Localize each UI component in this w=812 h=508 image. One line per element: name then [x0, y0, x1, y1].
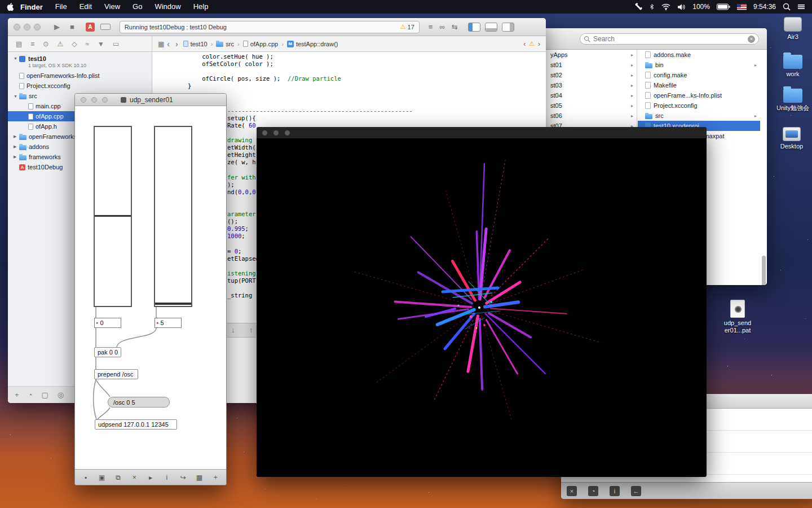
finder-scrollbar[interactable] — [762, 256, 766, 285]
send-icon[interactable]: ↪ — [179, 474, 187, 481]
add-icon[interactable]: + — [15, 391, 19, 399]
breadcrumb-item-src[interactable]: src — [216, 41, 234, 47]
menu-view[interactable]: View — [98, 0, 126, 14]
finder-folder-st01[interactable]: st01▸ — [543, 60, 637, 70]
bluetooth-icon[interactable] — [649, 3, 655, 11]
finder-folder-yapps[interactable]: yApps▸ — [543, 50, 637, 60]
finder-toolbar[interactable]: × — [543, 28, 767, 50]
prepend-object[interactable]: prepend /osc — [94, 369, 138, 379]
phone-icon[interactable] — [634, 3, 642, 11]
clock-icon[interactable]: ◔ — [588, 486, 598, 496]
finder-item-openframe-ks-info-plist[interactable]: openFrame...ks-Info.plist — [638, 90, 760, 100]
finder-folder-st04[interactable]: st04▸ — [543, 90, 637, 100]
finder-folder-st02[interactable]: st02▸ — [543, 70, 637, 80]
lock-icon[interactable]: ▪ — [82, 474, 90, 481]
minimize-button[interactable] — [24, 24, 30, 30]
finder-item-project-xcconfig[interactable]: Project.xcconfig — [638, 100, 760, 111]
finder-item-config-make[interactable]: config.make — [638, 70, 760, 80]
finder-item-addons-make[interactable]: addons.make — [638, 50, 760, 60]
menu-help[interactable]: Help — [187, 0, 215, 14]
scheme-app-icon[interactable]: A — [86, 23, 95, 32]
scm-filter-icon[interactable]: ▢ — [41, 391, 48, 399]
search-navigator-icon[interactable]: ⊙ — [43, 40, 48, 48]
symbol-navigator-icon[interactable]: ≡ — [30, 40, 34, 48]
volume-icon[interactable] — [677, 3, 686, 11]
warning-badge[interactable]: ⚠ 17 — [400, 23, 414, 30]
apple-menu-icon[interactable] — [7, 3, 14, 11]
menu-go[interactable]: Go — [126, 0, 148, 14]
finder-item-src[interactable]: src▸ — [638, 111, 760, 121]
issue-navigator-icon[interactable]: ⚠ — [57, 40, 63, 48]
finder-folder-st06[interactable]: st06▸ — [543, 111, 637, 121]
sidebar-item-openframeworks-info-plist[interactable]: openFrameworks-Info.plist — [8, 71, 152, 81]
close-button[interactable] — [14, 24, 20, 30]
menu-file[interactable]: File — [49, 0, 73, 14]
disclosure-triangle[interactable]: ▶ — [14, 134, 19, 139]
zoom-button[interactable] — [34, 24, 41, 30]
search-field[interactable]: × — [580, 33, 759, 45]
finder-item-bin[interactable]: bin▸ — [638, 60, 760, 70]
menu-bar-clock[interactable]: 9:54:36 — [753, 3, 776, 11]
zoom-button[interactable] — [285, 130, 290, 135]
test-navigator-icon[interactable]: ◇ — [72, 40, 77, 48]
notification-center-icon[interactable] — [797, 3, 805, 10]
breadcrumb-item-test10[interactable]: test10 — [183, 41, 208, 47]
utilities-toggle[interactable] — [502, 23, 514, 32]
breakpoint-navigator-icon[interactable]: ▼ — [98, 40, 104, 48]
patcher-titlebar[interactable]: udp_sender01 — [75, 94, 226, 106]
filter-icon[interactable]: ◎ — [58, 391, 64, 399]
add-icon[interactable]: + — [211, 474, 219, 481]
finder-folder-st03[interactable]: st03▸ — [543, 80, 637, 90]
input-language-flag-icon[interactable] — [737, 4, 747, 10]
navigator-toggle[interactable] — [468, 23, 480, 32]
disclosure-triangle[interactable]: ▼ — [14, 56, 19, 60]
pak-object[interactable]: pak 0 0 — [94, 347, 121, 357]
presentation-icon[interactable]: ▸ — [147, 474, 155, 481]
minimize-button[interactable] — [91, 97, 97, 103]
desktop-icon-air3[interactable]: Air3 — [775, 17, 811, 41]
patcher-icon[interactable]: ⧉ — [114, 474, 122, 481]
disclosure-triangle[interactable]: ▶ — [14, 155, 19, 159]
menu-edit[interactable]: Edit — [73, 0, 98, 14]
project-row[interactable]: ▼ test10 1 target, OS X SDK 10.10 — [8, 52, 152, 69]
standard-editor-icon[interactable]: ≡ — [429, 23, 433, 31]
back-icon[interactable]: ← — [631, 486, 641, 496]
desktop-icon-desktop[interactable]: Desktop — [774, 127, 810, 150]
zoom-button[interactable] — [102, 97, 108, 103]
project-navigator-icon[interactable]: ▤ — [16, 40, 22, 48]
xcode-toolbar[interactable]: ▶ ■ A Running test10Debug : test10 Debug… — [8, 18, 546, 36]
close-button[interactable] — [262, 130, 267, 135]
next-issue-icon[interactable]: › — [538, 40, 540, 48]
active-app-name[interactable]: Finder — [14, 3, 49, 11]
close-icon[interactable]: × — [567, 486, 577, 496]
close-button[interactable] — [81, 97, 86, 103]
desktop-icon-udp-send[interactable]: udp_send er01...pat — [720, 300, 756, 334]
finder-item-makefile[interactable]: Makefile — [638, 80, 760, 90]
clear-search-icon[interactable]: × — [748, 36, 755, 43]
breadcrumb-item-ofapp-cpp[interactable]: ofApp.cpp — [243, 41, 279, 47]
delete-icon[interactable]: × — [130, 474, 138, 481]
number-box-1[interactable]: ▸ 0 — [94, 318, 121, 328]
wifi-icon[interactable] — [661, 3, 670, 10]
sidebar-item-project-xcconfig[interactable]: Project.xcconfig — [8, 81, 152, 91]
version-editor-icon[interactable]: ⇆ — [452, 23, 458, 31]
search-input[interactable] — [593, 35, 745, 43]
debug-area-toggle[interactable] — [485, 23, 497, 32]
back-button[interactable]: ‹ — [164, 40, 173, 49]
new-object-icon[interactable]: ▣ — [98, 474, 106, 481]
number-box-2[interactable]: ▸ 5 — [155, 318, 182, 328]
finder-folder-st05[interactable]: st05▸ — [543, 100, 637, 111]
debug-navigator-icon[interactable]: ≈ — [85, 40, 89, 48]
battery-icon[interactable] — [717, 3, 730, 10]
slider-1[interactable] — [94, 126, 132, 307]
breadcrumb-item-testapp-draw[interactable]: MtestApp::draw() — [287, 41, 338, 47]
disclosure-triangle[interactable]: ▶ — [14, 144, 19, 149]
minimize-button[interactable] — [273, 130, 279, 135]
slider-2[interactable] — [154, 126, 192, 307]
info-icon[interactable]: i — [163, 474, 171, 481]
previous-issue-icon[interactable]: ‹ — [523, 40, 526, 48]
desktop-icon-work[interactable]: work — [775, 55, 811, 78]
udpsend-object[interactable]: udpsend 127.0.0.1 12345 — [95, 419, 177, 430]
disclosure-triangle[interactable]: ▼ — [14, 94, 19, 98]
run-button[interactable]: ▶ — [54, 23, 60, 31]
